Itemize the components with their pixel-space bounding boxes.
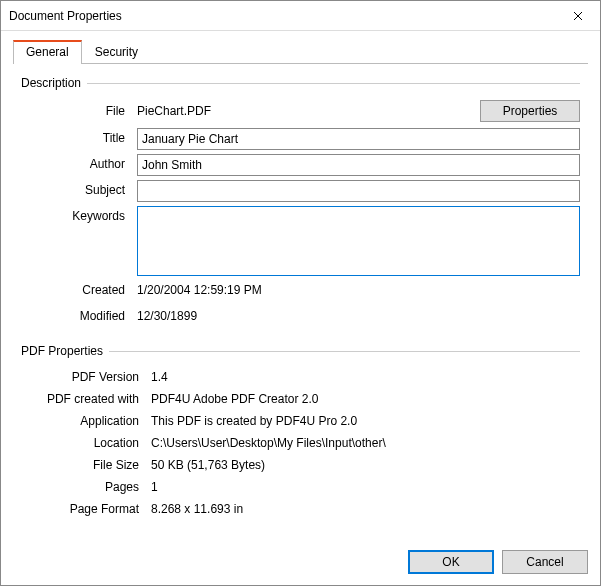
value-filesize: 50 KB (51,763 Bytes)	[151, 456, 580, 472]
label-pdfversion: PDF Version	[21, 368, 151, 384]
label-file: File	[21, 104, 137, 118]
value-pdfcreatedwith: PDF4U Adobe PDF Creator 2.0	[151, 390, 580, 406]
label-filesize: File Size	[21, 456, 151, 472]
value-location: C:\Users\User\Desktop\My Files\Input\oth…	[151, 434, 580, 450]
properties-button[interactable]: Properties	[480, 100, 580, 122]
label-modified: Modified	[21, 306, 137, 323]
row-pdfcreatedwith: PDF created with PDF4U Adobe PDF Creator…	[21, 390, 580, 410]
tab-strip: General Security	[13, 39, 588, 64]
close-button[interactable]	[555, 1, 600, 30]
row-filesize: File Size 50 KB (51,763 Bytes)	[21, 456, 580, 476]
group-pdfprops: PDF Properties PDF Version 1.4 PDF creat…	[21, 344, 580, 520]
group-description: Description File PieChart.PDF Properties…	[21, 76, 580, 328]
value-created: 1/20/2004 12:59:19 PM	[137, 280, 580, 297]
group-label-pdfprops: PDF Properties	[21, 344, 109, 358]
divider	[87, 83, 580, 84]
value-file: PieChart.PDF	[137, 104, 472, 118]
close-icon	[573, 11, 583, 21]
label-created: Created	[21, 280, 137, 297]
titlebar: Document Properties	[1, 1, 600, 31]
divider	[109, 351, 580, 352]
label-location: Location	[21, 434, 151, 450]
row-pageformat: Page Format 8.268 x 11.693 in	[21, 500, 580, 520]
group-header-description: Description	[21, 76, 580, 90]
tab-security[interactable]: Security	[82, 40, 151, 64]
row-application: Application This PDF is created by PDF4U…	[21, 412, 580, 432]
row-file: File PieChart.PDF Properties	[21, 100, 580, 122]
label-pages: Pages	[21, 478, 151, 494]
value-modified: 12/30/1899	[137, 306, 580, 323]
value-application: This PDF is created by PDF4U Pro 2.0	[151, 412, 580, 428]
row-pdfversion: PDF Version 1.4	[21, 368, 580, 388]
tab-general[interactable]: General	[13, 40, 82, 64]
content-area: General Security Description File PieCha…	[1, 31, 600, 540]
dialog-window: Document Properties General Security Des…	[0, 0, 601, 586]
row-subject: Subject	[21, 180, 580, 202]
label-author: Author	[21, 154, 137, 171]
value-pdfversion: 1.4	[151, 368, 580, 384]
label-subject: Subject	[21, 180, 137, 197]
dialog-footer: OK Cancel	[1, 540, 600, 586]
ok-button[interactable]: OK	[408, 550, 494, 574]
row-author: Author	[21, 154, 580, 176]
row-title: Title	[21, 128, 580, 150]
row-created: Created 1/20/2004 12:59:19 PM	[21, 280, 580, 302]
label-pdfcreatedwith: PDF created with	[21, 390, 151, 406]
row-pages: Pages 1	[21, 478, 580, 498]
subject-input[interactable]	[137, 180, 580, 202]
window-title: Document Properties	[9, 9, 122, 23]
row-modified: Modified 12/30/1899	[21, 306, 580, 328]
row-keywords: Keywords	[21, 206, 580, 276]
label-application: Application	[21, 412, 151, 428]
author-input[interactable]	[137, 154, 580, 176]
value-pageformat: 8.268 x 11.693 in	[151, 500, 580, 516]
group-label-description: Description	[21, 76, 87, 90]
title-input[interactable]	[137, 128, 580, 150]
label-title: Title	[21, 128, 137, 145]
group-header-pdfprops: PDF Properties	[21, 344, 580, 358]
row-location: Location C:\Users\User\Desktop\My Files\…	[21, 434, 580, 454]
value-pages: 1	[151, 478, 580, 494]
cancel-button[interactable]: Cancel	[502, 550, 588, 574]
keywords-input[interactable]	[137, 206, 580, 276]
label-keywords: Keywords	[21, 206, 137, 223]
label-pageformat: Page Format	[21, 500, 151, 516]
tab-body-general: Description File PieChart.PDF Properties…	[13, 64, 588, 540]
